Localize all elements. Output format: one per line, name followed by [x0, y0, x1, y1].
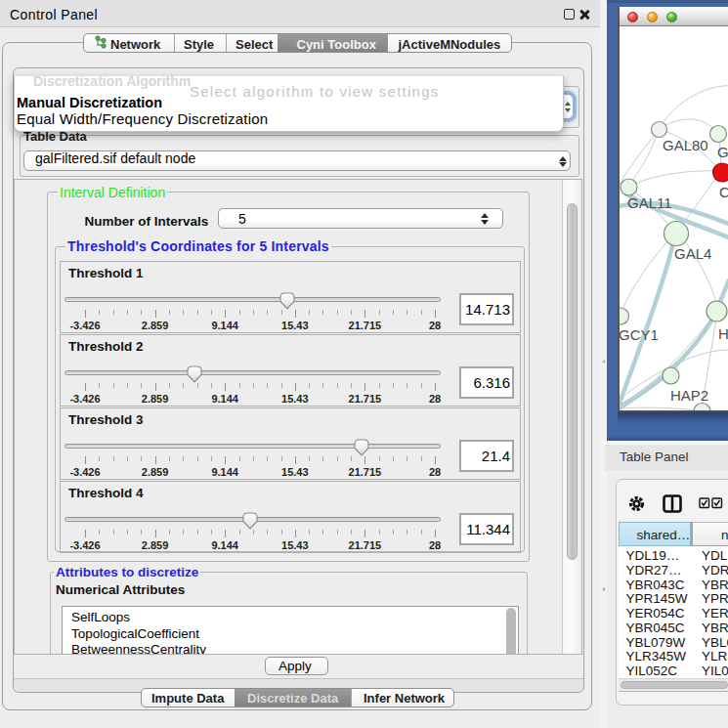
- svg-text:GCY1: GCY1: [620, 326, 659, 343]
- svg-text:H: H: [718, 325, 728, 342]
- svg-text:GAL4: GAL4: [674, 245, 711, 262]
- svg-text:C: C: [719, 184, 728, 200]
- svg-text:G.: G.: [717, 144, 728, 160]
- svg-text:GAL80: GAL80: [663, 137, 708, 153]
- svg-text:GAL11: GAL11: [627, 194, 672, 211]
- svg-text:HAP2: HAP2: [670, 387, 708, 404]
